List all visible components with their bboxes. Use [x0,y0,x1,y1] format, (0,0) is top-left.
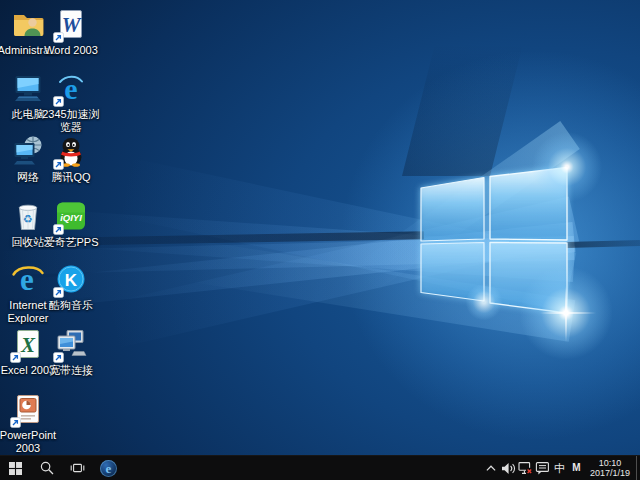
volume-button[interactable] [500,456,517,480]
shortcut-arrow-icon [53,352,64,363]
taskbar-empty-area[interactable] [124,456,483,480]
svg-text:X: X [20,333,36,357]
desktop-icon-label: 腾讯QQ [39,171,103,184]
desktop-icon-2345-browser[interactable]: e2345加速浏览器 [39,71,103,134]
task-view-icon [70,461,85,475]
svg-text:W: W [62,13,82,37]
chevron-up-icon [485,463,497,474]
kugou-icon: K [54,262,88,298]
search-icon [40,461,54,475]
windows-desktop: Administra...WWord 2003此电脑e2345加速浏览器网络腾讯… [0,0,640,480]
clock-date: 2017/1/19 [590,468,630,479]
shortcut-arrow-icon [10,417,21,428]
shortcut-arrow-icon [53,287,64,298]
shortcut-arrow-icon [53,224,64,235]
notification-button[interactable] [534,456,551,480]
powerpoint-icon [11,392,45,428]
tray-overflow-button[interactable] [483,456,500,480]
search-button[interactable] [31,456,62,480]
desktop-icon-powerpoint-2003[interactable]: PowerPoint 2003 [0,392,60,455]
windows-start-icon [9,462,22,475]
shortcut-arrow-icon [53,159,64,170]
desktop-icon-label: 酷狗音乐 [39,299,103,312]
iqiyi-icon: iQIYI [54,199,88,235]
svg-text:K: K [65,271,78,290]
desktop-icon-word-2003[interactable]: WWord 2003 [39,7,103,57]
ime-mode-indicator[interactable]: 中 [551,456,568,480]
taskbar-browser-button[interactable]: e [93,456,124,480]
task-view-button[interactable] [62,456,93,480]
broadband-icon [54,327,88,363]
desktop-icon-iqiyi-pps[interactable]: iQIYI爱奇艺PPS [39,199,103,249]
ime-language-indicator[interactable]: M [568,456,585,480]
desktop-icon-tencent-qq[interactable]: 腾讯QQ [39,134,103,184]
shortcut-arrow-icon [10,352,21,363]
browser-2345-icon: e [54,71,88,107]
message-bubble-icon [535,461,550,475]
network-button[interactable] [517,456,534,480]
desktop-icon-broadband[interactable]: 宽带连接 [39,327,103,377]
browser-e-icon: e [100,460,117,477]
desktop-icon-label: 宽带连接 [39,364,103,377]
desktop-icon-label: 2345加速浏览器 [39,108,103,134]
svg-text:♻: ♻ [23,213,33,225]
svg-text:iQIYI: iQIYI [60,212,82,223]
shortcut-arrow-icon [53,32,64,43]
desktop-icon-label: Word 2003 [39,44,103,57]
system-tray: 中 M 10:10 2017/1/19 [483,456,640,480]
show-desktop-button[interactable] [636,456,640,480]
taskbar-clock[interactable]: 10:10 2017/1/19 [585,456,636,480]
desktop-icons: Administra...WWord 2003此电脑e2345加速浏览器网络腾讯… [0,0,640,455]
network-disconnected-icon [518,461,533,475]
desktop-icon-label: 爱奇艺PPS [39,236,103,249]
volume-icon [501,462,516,475]
desktop-icon-kugou-music[interactable]: K酷狗音乐 [39,262,103,312]
desktop-icon-label: PowerPoint 2003 [0,429,60,455]
qq-icon [54,134,88,170]
shortcut-arrow-icon [53,96,64,107]
word-icon: W [54,7,88,43]
clock-time: 10:10 [590,458,630,469]
taskbar: e [0,455,640,480]
start-button[interactable] [0,456,31,480]
